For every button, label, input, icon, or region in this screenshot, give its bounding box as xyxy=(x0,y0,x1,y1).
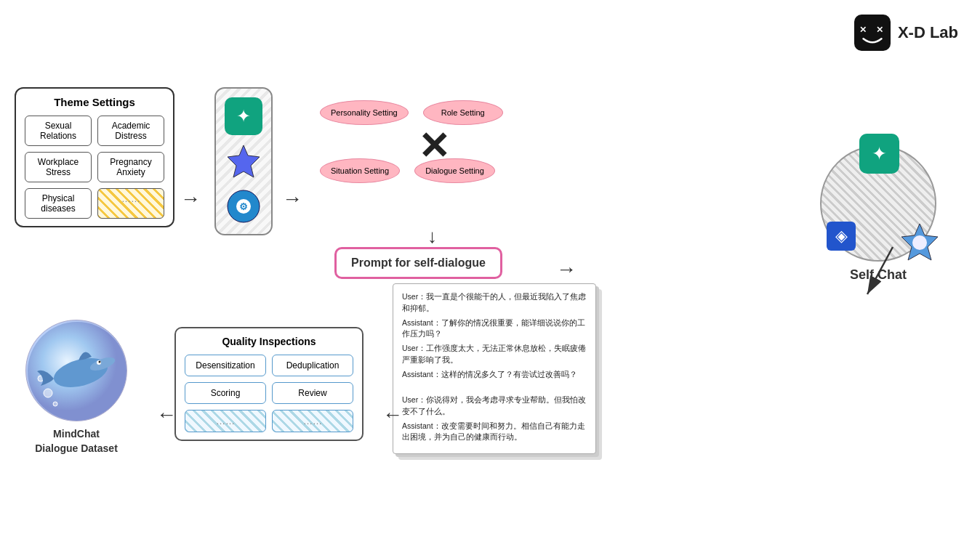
quality-deduplication: Deduplication xyxy=(272,355,353,376)
svg-text:✕: ✕ xyxy=(859,25,867,34)
dialogue-box: User：我一直是个很能干的人，但最近我陷入了焦虑和抑郁。 Assistant：… xyxy=(393,283,596,454)
dialogue-line-4: Assistant：这样的情况多久了？有尝试过改善吗？ xyxy=(402,369,587,381)
theme-settings-title: Theme Settings xyxy=(25,96,164,108)
llm-column: ✦ ⚙ xyxy=(214,87,273,235)
svg-point-14 xyxy=(912,235,927,250)
quality-title: Quality Inspections xyxy=(185,336,353,347)
prompt-box-text: Prompt for self-dialogue xyxy=(351,256,486,269)
arrow-prompt-to-selfchat: → xyxy=(556,258,577,281)
mindchat-area: MindChatDialogue Dataset xyxy=(15,320,138,456)
svg-point-24 xyxy=(99,361,101,363)
svg-text:✦: ✦ xyxy=(236,106,251,126)
quality-grid: Desensitization Deduplication Scoring Re… xyxy=(185,355,353,432)
quality-scoring: Scoring xyxy=(185,382,266,404)
prompt-ellipses-top: Personality Setting Role Setting xyxy=(320,100,503,125)
prompt-ellipses-bottom: Situation Setting Dialogue Setting xyxy=(320,158,495,183)
mindchat-label: MindChatDialogue Dataset xyxy=(15,427,138,456)
dialogue-line-2: Assistant：了解你的情况很重要，能详细说说你的工作压力吗？ xyxy=(402,317,587,341)
dialogue-line-6: Assistant：改变需要时间和努力。相信自己有能力走出困境，并为自己的健康而… xyxy=(402,421,587,444)
prompt-box: Prompt for self-dialogue xyxy=(334,247,502,279)
arrow-theme-to-llm: → xyxy=(180,187,201,211)
personality-setting-ellipse: Personality Setting xyxy=(320,100,409,125)
arrow-down-to-prompt: ↓ xyxy=(427,225,437,248)
quality-box: Quality Inspections Desensitization Dedu… xyxy=(174,327,364,441)
arrow-llm-to-prompt: → xyxy=(282,187,302,211)
theme-item-more: …… xyxy=(97,188,164,219)
svg-text:✕: ✕ xyxy=(876,25,883,34)
blue-star-icon xyxy=(225,142,262,180)
svg-text:⚙: ⚙ xyxy=(239,201,248,212)
chatgpt-icon: ✦ xyxy=(225,97,262,135)
mindchat-circle xyxy=(25,320,127,421)
theme-item-workplace: Workplace Stress xyxy=(25,152,92,182)
theme-settings-box: Theme Settings Sexual Relations Academic… xyxy=(15,87,174,227)
arrow-dialogue-to-quality: ← xyxy=(382,403,403,426)
role-setting-ellipse: Role Setting xyxy=(423,100,503,125)
dialogue-line-5: User：你说得对，我会考虑寻求专业帮助。但我怕改变不了什么。 xyxy=(402,395,587,418)
arrow-selfchat-to-dialogue xyxy=(864,243,900,302)
theme-item-academic: Academic Distress xyxy=(97,116,164,146)
svg-text:◈: ◈ xyxy=(835,227,848,245)
logo-area: ✕ ✕ X-D Lab xyxy=(854,15,958,51)
self-chat-gpt-icon: ✦ xyxy=(859,134,899,174)
svg-point-18 xyxy=(44,389,52,397)
quality-more-1: …… xyxy=(185,410,266,432)
dialogue-line-3: User：工作强度太大，无法正常休息放松，失眠疲倦严重影响了我。 xyxy=(402,343,587,366)
theme-item-physical: Physical diseases xyxy=(25,188,92,219)
quality-desensitization: Desensitization xyxy=(185,355,266,376)
quality-review: Review xyxy=(272,382,353,404)
svg-line-16 xyxy=(867,247,893,294)
self-chat-cube-icon: ◈ xyxy=(823,218,859,254)
logo-text: X-D Lab xyxy=(898,23,958,42)
dialogue-setting-ellipse: Dialogue Setting xyxy=(414,158,495,183)
theme-grid: Sexual Relations Academic Distress Workp… xyxy=(25,116,164,219)
dialogue-line-1: User：我一直是个很能干的人，但最近我陷入了焦虑和抑郁。 xyxy=(402,291,587,315)
theme-item-sexual: Sexual Relations xyxy=(25,116,92,146)
theme-item-pregnancy: Pregnancy Anxiety xyxy=(97,152,164,182)
dolphin-icon xyxy=(26,320,127,421)
xd-lab-icon: ✕ ✕ xyxy=(854,15,891,51)
quality-more-2: …… xyxy=(272,410,353,432)
svg-marker-5 xyxy=(228,145,260,177)
situation-setting-ellipse: Situation Setting xyxy=(320,158,400,183)
svg-text:✦: ✦ xyxy=(872,143,887,163)
arrow-quality-to-mindchat: ← xyxy=(156,403,177,426)
self-chat-gear-icon xyxy=(899,221,941,263)
gear-llm-icon: ⚙ xyxy=(225,187,262,225)
svg-point-20 xyxy=(53,402,57,406)
